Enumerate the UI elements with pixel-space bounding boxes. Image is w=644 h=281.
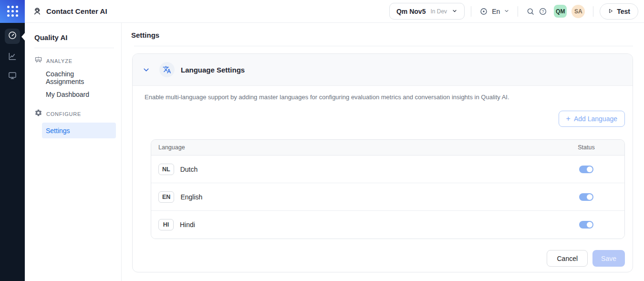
language-name: Hindi bbox=[180, 221, 195, 229]
selected-rail-notch bbox=[21, 33, 25, 41]
divider bbox=[34, 48, 114, 48]
status-toggle[interactable] bbox=[579, 166, 593, 173]
main-content: Settings Language Settings Enable multi bbox=[122, 23, 644, 281]
language-cell: NL Dutch bbox=[151, 164, 548, 175]
apps-grid-icon bbox=[7, 6, 18, 17]
add-language-button[interactable]: + Add Language bbox=[559, 111, 625, 127]
monitor-icon bbox=[8, 71, 17, 82]
locale-label: En bbox=[492, 8, 500, 15]
table-row: HI Hindi bbox=[151, 211, 624, 239]
sidebar-item-my-dashboard[interactable]: My Dashboard bbox=[42, 86, 116, 102]
app-root: Contact Center AI Qm Nov5 In Dev En bbox=[0, 0, 644, 281]
status-cell bbox=[548, 166, 624, 173]
agent-headset-icon bbox=[32, 7, 42, 16]
card-actions: Cancel Save bbox=[145, 250, 625, 267]
sidebar-section-configure: CONFIGURE bbox=[25, 103, 121, 122]
cancel-button[interactable]: Cancel bbox=[547, 250, 588, 267]
brand: Contact Center AI bbox=[32, 7, 107, 16]
chevron-down-icon bbox=[452, 7, 457, 16]
card-body: Enable multi-language support by adding … bbox=[133, 86, 633, 272]
column-header-language: Language bbox=[151, 144, 548, 151]
language-code-badge: EN bbox=[158, 191, 174, 203]
record-dot-icon[interactable] bbox=[478, 5, 490, 18]
add-language-row: + Add Language bbox=[145, 111, 625, 127]
language-name: Dutch bbox=[180, 166, 198, 173]
sidebar-title: Quality AI bbox=[25, 33, 121, 42]
gear-icon bbox=[34, 109, 42, 119]
play-icon bbox=[608, 8, 613, 15]
status-cell bbox=[548, 221, 624, 229]
save-button[interactable]: Save bbox=[592, 250, 625, 267]
sidebar-section-label: ANALYZE bbox=[46, 58, 73, 64]
table-body: NL Dutch EN bbox=[151, 156, 624, 239]
gauge-icon bbox=[8, 31, 17, 42]
line-chart-icon bbox=[8, 52, 17, 62]
status-toggle[interactable] bbox=[579, 193, 593, 201]
help-icon[interactable]: ? bbox=[537, 5, 549, 18]
collapse-chevron-icon[interactable] bbox=[140, 64, 152, 76]
divider bbox=[593, 6, 593, 17]
environment-status-badge: In Dev bbox=[430, 8, 447, 15]
column-header-status: Status bbox=[548, 144, 624, 151]
language-cell: HI Hindi bbox=[151, 219, 548, 230]
locale-selector[interactable]: En bbox=[492, 7, 509, 16]
add-language-label: Add Language bbox=[574, 115, 617, 123]
divider bbox=[518, 6, 518, 17]
topbar-right: Qm Nov5 In Dev En bbox=[389, 3, 644, 20]
search-icon[interactable] bbox=[524, 5, 537, 18]
status-toggle[interactable] bbox=[579, 221, 593, 229]
sidebar-item-settings[interactable]: Settings bbox=[42, 123, 116, 138]
sidebar: Quality AI ANALYZE Coaching Assignments … bbox=[25, 23, 122, 281]
card-title: Language Settings bbox=[181, 66, 245, 74]
table-header-row: Language Status bbox=[151, 140, 624, 156]
environment-name: Qm Nov5 bbox=[396, 8, 426, 15]
app-title: Contact Center AI bbox=[46, 7, 107, 15]
sidebar-item-coaching-assignments[interactable]: Coaching Assignments bbox=[42, 70, 116, 85]
body-columns: Quality AI ANALYZE Coaching Assignments … bbox=[0, 23, 644, 281]
svg-text:?: ? bbox=[542, 10, 544, 14]
translate-icon bbox=[159, 62, 175, 77]
card-header: Language Settings bbox=[133, 54, 633, 86]
presentation-board-icon bbox=[34, 56, 42, 66]
workspace-avatar[interactable]: QM bbox=[554, 5, 567, 18]
table-row: NL Dutch bbox=[151, 156, 624, 183]
rail-item-desktop[interactable] bbox=[5, 70, 20, 82]
user-avatar[interactable]: SA bbox=[571, 5, 585, 18]
divider bbox=[134, 46, 633, 46]
rail-item-quality-ai[interactable] bbox=[5, 29, 20, 44]
page-title: Settings bbox=[131, 31, 633, 39]
environment-selector[interactable]: Qm Nov5 In Dev bbox=[389, 3, 465, 20]
language-table: Language Status NL Dutch bbox=[151, 139, 625, 239]
card-description: Enable multi-language support by adding … bbox=[145, 94, 625, 101]
module-rail bbox=[0, 23, 25, 281]
plus-icon: + bbox=[566, 115, 571, 123]
divider bbox=[471, 6, 471, 17]
language-code-badge: NL bbox=[158, 164, 174, 175]
test-button[interactable]: Test bbox=[600, 3, 638, 20]
status-cell bbox=[548, 193, 624, 201]
app-launcher-button[interactable] bbox=[0, 0, 25, 23]
language-settings-card: Language Settings Enable multi-language … bbox=[132, 53, 633, 272]
rail-item-analytics[interactable] bbox=[5, 51, 20, 63]
chevron-down-icon bbox=[504, 7, 509, 16]
language-code-badge: HI bbox=[158, 219, 174, 230]
language-name: English bbox=[180, 193, 202, 201]
test-button-label: Test bbox=[617, 8, 630, 15]
sidebar-section-analyze: ANALYZE bbox=[25, 50, 121, 69]
table-row: EN English bbox=[151, 183, 624, 211]
top-header: Contact Center AI Qm Nov5 In Dev En bbox=[0, 0, 644, 23]
language-cell: EN English bbox=[151, 191, 548, 203]
sidebar-section-label: CONFIGURE bbox=[46, 111, 81, 117]
